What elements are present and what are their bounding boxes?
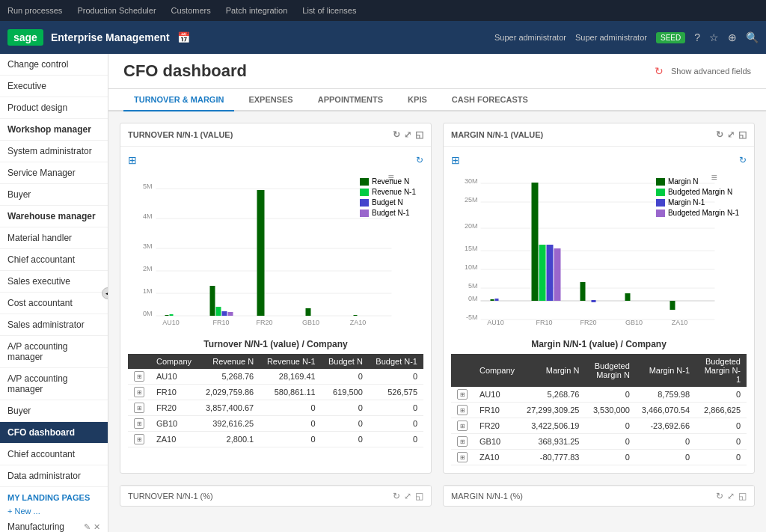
turnover-area-refresh[interactable]: ↻ [416, 155, 423, 165]
row-icon: ⊞ [451, 434, 474, 450]
legend-revenue-n1: Revenue N-1 [360, 188, 416, 196]
row-icon: ⊞ [128, 385, 150, 400]
sidebar-item-warehouse-manager[interactable]: Warehouse manager [0, 206, 108, 227]
legend-budget-n1: Budget N-1 [360, 209, 416, 217]
table-row: ⊞ ZA10 -80,777.83 0 0 0 [451, 450, 747, 465]
sidebar-item-sales-admin[interactable]: Sales administrator [0, 314, 108, 336]
table-row: ⊞ FR20 3,857,400.67 0 0 0 [128, 400, 423, 416]
turnover-data-table: Company Revenue N Revenue N-1 Budget N B… [128, 354, 423, 447]
sidebar-item-chief-accountant-2[interactable]: Chief accountant [0, 444, 108, 465]
svg-text:GB10: GB10 [625, 319, 643, 326]
charts-row: TURNOVER N/N-1 (VALUE) ↻ ⤢ ◱ ⊞ ↻ [120, 123, 755, 474]
turnover-table-icon[interactable]: ⊞ [128, 154, 137, 166]
user-name-1: Super administrator [494, 33, 566, 42]
sidebar: Change control Executive Product design … [0, 54, 108, 532]
tab-expenses[interactable]: EXPENSES [238, 89, 303, 111]
svg-rect-48 [554, 248, 561, 301]
sidebar-item-material-handler[interactable]: Material handler [0, 227, 108, 249]
row-bud-margin-n: 0 [585, 418, 635, 434]
mcol-company: Company [474, 354, 521, 387]
svg-text:0M: 0M [143, 310, 153, 317]
globe-icon[interactable]: ⊕ [728, 31, 737, 43]
sidebar-item-ap-accounting-1[interactable]: A/P accounting manager [0, 336, 108, 368]
sidebar-item-service-manager[interactable]: Service Manager [0, 162, 108, 184]
sidebar-item-change-control[interactable]: Change control [0, 54, 108, 76]
tp-expand[interactable]: ⤢ [404, 491, 411, 501]
mp-fullscreen[interactable]: ◱ [738, 491, 747, 501]
edit-icon[interactable]: ✎ [84, 522, 91, 532]
star-icon[interactable]: ☆ [709, 31, 719, 43]
search-icon[interactable]: 🔍 [746, 31, 759, 43]
delete-icon[interactable]: ✕ [94, 522, 100, 532]
svg-text:-5M: -5M [466, 314, 478, 321]
sidebar-item-sales-executive[interactable]: Sales executive [0, 271, 108, 293]
svg-text:0M: 0M [468, 295, 478, 302]
legend-revenue-n: Revenue N [360, 177, 416, 186]
sidebar-item-ap-accounting-2[interactable]: A/P accounting manager [0, 368, 108, 400]
margin-fullscreen-icon[interactable]: ◱ [738, 129, 747, 140]
turnover-fullscreen-icon[interactable]: ◱ [415, 129, 423, 140]
sidebar-item-chief-accountant-1[interactable]: Chief accountant [0, 249, 108, 271]
row-company: ZA10 [150, 432, 198, 447]
turnover-refresh-icon[interactable]: ↻ [393, 129, 400, 140]
nav-patch-integration[interactable]: Patch integration [226, 6, 288, 15]
sidebar-collapse-button[interactable]: ◀ [102, 287, 108, 299]
svg-rect-50 [592, 300, 596, 302]
row-margin-n1: 3,466,070.54 [636, 403, 696, 418]
calendar-icon[interactable]: 📅 [177, 31, 190, 43]
show-advanced-link[interactable]: Show advanced fields [671, 67, 751, 76]
sidebar-item-workshop-manager[interactable]: Workshop manager [0, 119, 108, 141]
sidebar-item-data-admin[interactable]: Data administrator [0, 465, 108, 487]
row-bud-margin-n: 3,530,000 [585, 403, 635, 418]
margin-refresh-icon[interactable]: ↻ [716, 129, 723, 140]
bottom-charts-row: TURNOVER N/N-1 (%) ↻ ⤢ ◱ MARGIN N/N-1 (%… [120, 485, 755, 507]
legend-budgeted-margin-n1: Budgeted Margin N-1 [656, 209, 739, 217]
row-budget-n1: 0 [369, 416, 423, 432]
app-title: Enterprise Management [51, 31, 170, 43]
row-budget-n1: 0 [369, 432, 423, 447]
nav-production-scheduler[interactable]: Production Scheduler [77, 6, 156, 15]
sidebar-item-system-admin[interactable]: System administrator [0, 141, 108, 162]
svg-text:2M: 2M [143, 265, 153, 272]
tab-cash-forecasts[interactable]: CASH FORECASTS [441, 89, 539, 111]
svg-rect-12 [165, 315, 169, 316]
sidebar-item-cost-accountant[interactable]: Cost accountant [0, 293, 108, 314]
sidebar-item-cfo-dashboard[interactable]: CFO dashboard [0, 422, 108, 444]
new-landing-page-link[interactable]: + New ... [0, 504, 108, 518]
turnover-pct-icons: ↻ ⤢ ◱ [393, 491, 423, 501]
legend-margin-n1: Margin N-1 [656, 198, 739, 207]
row-margin-n1: 8,759.98 [636, 387, 696, 403]
landing-item-manufacturing[interactable]: Manufacturing ✎ ✕ [0, 518, 108, 532]
row-margin-n: 27,299,309.25 [521, 403, 585, 418]
tab-kpis[interactable]: KPIS [397, 89, 438, 111]
margin-area-refresh[interactable]: ↻ [739, 155, 747, 165]
turnover-header-icons: ↻ ⤢ ◱ [393, 129, 423, 140]
row-bud-margin-n: 0 [585, 434, 635, 450]
tab-turnover-margin[interactable]: TURNOVER & MARGIN [123, 89, 234, 111]
mp-refresh[interactable]: ↻ [716, 491, 723, 501]
mcol-icon [451, 354, 474, 387]
nav-run-processes[interactable]: Run processes [7, 6, 62, 15]
legend-budgeted-margin-n: Budgeted Margin N [656, 188, 739, 196]
tab-appointments[interactable]: APPOINTMENTS [307, 89, 393, 111]
nav-list-of-licenses[interactable]: List of licenses [302, 6, 356, 15]
nav-customers[interactable]: Customers [171, 6, 211, 15]
page-refresh-icon[interactable]: ↻ [655, 65, 664, 77]
row-icon: ⊞ [451, 403, 474, 418]
row-rev-n: 2,029,759.86 [198, 385, 260, 400]
margin-expand-icon[interactable]: ⤢ [727, 129, 735, 140]
margin-table-icon[interactable]: ⊞ [451, 154, 460, 166]
tp-fullscreen[interactable]: ◱ [415, 491, 423, 501]
mp-expand[interactable]: ⤢ [727, 491, 735, 501]
turnover-expand-icon[interactable]: ⤢ [404, 129, 411, 140]
tp-refresh[interactable]: ↻ [393, 491, 400, 501]
sidebar-item-buyer-1[interactable]: Buyer [0, 184, 108, 206]
svg-text:10M: 10M [465, 263, 478, 271]
margin-legend: Margin N Budgeted Margin N Margin N-1 [656, 177, 739, 219]
sidebar-item-product-design[interactable]: Product design [0, 97, 108, 119]
sidebar-item-buyer-2[interactable]: Buyer [0, 400, 108, 422]
sidebar-item-executive[interactable]: Executive [0, 76, 108, 97]
row-bud-margin-n1: 0 [696, 434, 747, 450]
help-icon[interactable]: ? [694, 31, 700, 43]
row-company: FR10 [150, 385, 198, 400]
